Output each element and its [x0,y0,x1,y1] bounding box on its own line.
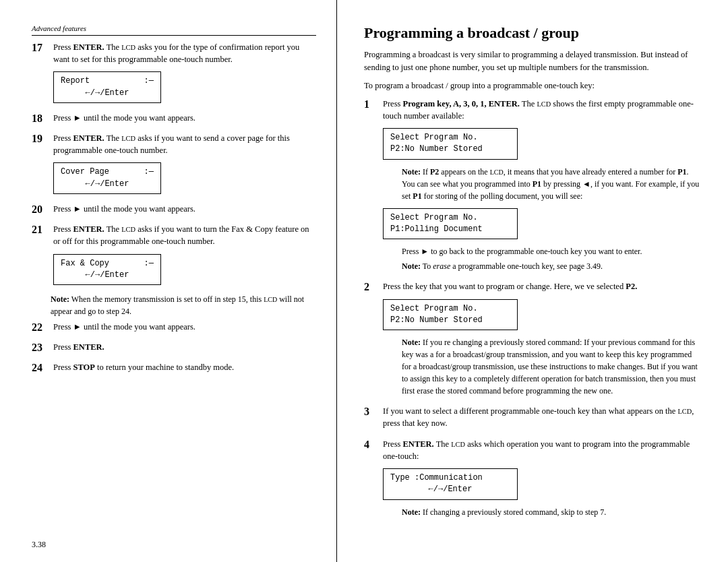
section-title: Programming a broadcast / group [364,24,701,42]
step-23-number: 23 [32,341,51,355]
page-container: Advanced features 17 Press ENTER. The LC… [0,0,728,562]
r-step-4-content: Press ENTER. The LCD asks which operatio… [383,438,701,521]
left-column: Advanced features 17 Press ENTER. The LC… [0,0,337,562]
step-20-text: Press ► until the mode you want appears. [53,203,316,215]
step-17-number: 17 [32,41,51,55]
note-r1-2: Press ► to go back to the programmable o… [402,245,701,257]
r-step-4-number: 4 [364,438,379,452]
step-17-lcd-colon: :— [144,75,154,87]
step-17: 17 Press ENTER. The LCD asks you for the… [32,41,316,106]
step-19-lcd-arrow: ←/→/Enter [61,179,154,190]
step-17-lcd: Report :— ←/→/Enter [53,71,161,103]
note-r2: Note: If you re changing a previously st… [402,336,701,397]
step-17-lcd-label: Report :— [61,75,154,87]
r-step-4-text: Press ENTER. The LCD asks which operatio… [383,438,701,462]
step-24-number: 24 [32,361,51,375]
intro-text-1: Programming a broadcast is very similar … [364,49,701,74]
r-step-3-text: If you want to select a different progra… [383,405,701,429]
r-step-1-lcd2-line2: P1:Polling Document [390,224,510,235]
step-17-lcd-text: Report [61,75,90,87]
step-18-content: Press ► until the mode you want appears. [53,112,316,127]
r-step-4-lcd-arrow: ←/→/Enter [390,484,510,495]
note-r1-1-label: Note: [402,167,421,177]
step-21-lcd-colon: :— [144,258,154,270]
note-r1-3-text: To erase a programmable one-touch key, s… [423,261,603,271]
note-r2-text: If you re changing a previously stored c… [402,338,698,396]
step-22-number: 22 [32,321,51,335]
note-21-label: Note: [51,294,69,304]
step-19-content: Press ENTER. The LCD asks if you want to… [53,132,316,197]
note-r4-text: If changing a previously stored command,… [423,507,606,517]
step-20-number: 20 [32,203,51,217]
step-19-lcd-colon: :— [144,166,154,178]
r-step-3: 3 If you want to select a different prog… [364,405,701,432]
note-21-text: When the memory transmission is set to o… [51,294,304,315]
step-24: 24 Press STOP to return your machine to … [32,361,316,376]
r-step-1-lcd1: Select Program No. P2:No Number Stored [383,128,518,160]
step-21-lcd-arrow: ←/→/Enter [61,270,154,281]
note-r1-1-text: If P2 appears on the LCD, it means that … [402,167,699,201]
r-step-1-content: Press Program key, A, 3, 0, 1, ENTER. Th… [383,98,701,276]
step-19-lcd: Cover Page :— ←/→/Enter [53,162,161,194]
note-r1-3-label: Note: [402,261,421,271]
step-20: 20 Press ► until the mode you want appea… [32,203,316,218]
page-number: 3.38 [32,540,46,550]
r-step-4-lcd-line1: Type :Communication [390,472,510,484]
r-step-1-number: 1 [364,98,379,112]
breadcrumb: Advanced features [32,24,316,36]
step-21-text: Press ENTER. The LCD asks if you want to… [53,223,316,247]
r-step-1-lcd1-line1: Select Program No. [390,132,510,144]
step-19-lcd-text: Cover Page [61,166,109,178]
step-17-text: Press ENTER. The LCD asks you for the ty… [53,41,316,65]
step-22-text: Press ► until the mode you want appears. [53,321,316,333]
r-step-2-content: Press the key that you want to program o… [383,280,701,400]
r-step-2-number: 2 [364,280,379,294]
note-r1-1: Note: If P2 appears on the LCD, it means… [402,166,701,202]
r-step-1-text: Press Program key, A, 3, 0, 1, ENTER. Th… [383,98,701,122]
step-21-number: 21 [32,223,51,237]
step-17-lcd-arrow: ←/→/Enter [61,88,154,99]
note-r2-label: Note: [402,338,421,347]
r-step-2-lcd-line1: Select Program No. [390,303,510,315]
r-step-3-content: If you want to select a different progra… [383,405,701,432]
step-24-text: Press STOP to return your machine to sta… [53,361,316,373]
step-18: 18 Press ► until the mode you want appea… [32,112,316,127]
note-r4-label: Note: [402,507,421,517]
step-22: 22 Press ► until the mode you want appea… [32,321,316,336]
step-22-content: Press ► until the mode you want appears. [53,321,316,336]
step-23: 23 Press ENTER. [32,341,316,356]
step-21-lcd: Fax & Copy :— ←/→/Enter [53,254,161,286]
step-20-content: Press ► until the mode you want appears. [53,203,316,218]
step-23-text: Press ENTER. [53,341,316,353]
right-column: Programming a broadcast / group Programm… [337,0,728,562]
step-19-lcd-label: Cover Page :— [61,166,154,178]
r-step-1: 1 Press Program key, A, 3, 0, 1, ENTER. … [364,98,701,276]
step-19-text: Press ENTER. The LCD asks if you want to… [53,132,316,156]
step-23-content: Press ENTER. [53,341,316,356]
r-step-1-lcd1-line2: P2:No Number Stored [390,144,510,155]
step-24-content: Press STOP to return your machine to sta… [53,361,316,376]
note-r1-3: Note: To erase a programmable one-touch … [402,260,701,272]
step-21-lcd-label: Fax & Copy :— [61,258,154,270]
r-step-1-lcd2: Select Program No. P1:Polling Document [383,208,518,240]
r-step-4-lcd: Type :Communication ←/→/Enter [383,468,518,500]
r-step-2-lcd: Select Program No. P2:No Number Stored [383,299,518,331]
r-step-2: 2 Press the key that you want to program… [364,280,701,400]
r-step-2-text: Press the key that you want to program o… [383,280,701,292]
note-21: Note: When the memory transmission is se… [51,294,316,317]
step-19: 19 Press ENTER. The LCD asks if you want… [32,132,316,197]
note-r4: Note: If changing a previously stored co… [402,506,701,518]
step-21-content: Press ENTER. The LCD asks if you want to… [53,223,316,288]
step-21-lcd-text: Fax & Copy [61,258,109,270]
r-step-3-number: 3 [364,405,379,419]
step-17-content: Press ENTER. The LCD asks you for the ty… [53,41,316,106]
r-step-1-lcd2-line1: Select Program No. [390,212,510,224]
r-step-4: 4 Press ENTER. The LCD asks which operat… [364,438,701,521]
step-18-text: Press ► until the mode you want appears. [53,112,316,124]
intro-text-2: To program a broadcast / group into a pr… [364,80,701,92]
step-21: 21 Press ENTER. The LCD asks if you want… [32,223,316,288]
step-18-number: 18 [32,112,51,126]
r-step-2-lcd-line2: P2:No Number Stored [390,315,510,326]
step-19-number: 19 [32,132,51,146]
